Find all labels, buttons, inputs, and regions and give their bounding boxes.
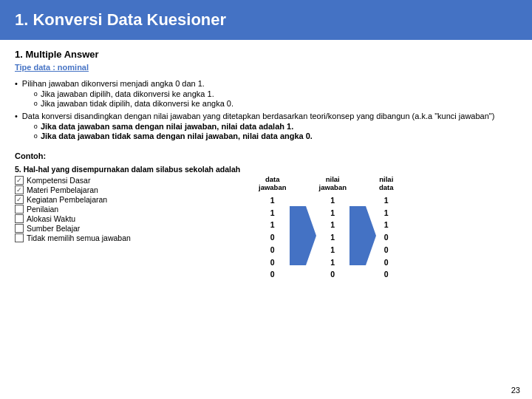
- answer-label-1: Materi Pembelajaran: [27, 185, 98, 194]
- answer-item-0: ✓Kompetensi Dasar: [15, 176, 259, 185]
- data-jawaban-header: datajawaban: [259, 175, 287, 192]
- checkbox-6: [15, 233, 24, 242]
- answer-label-5: Sumber Belajar: [27, 224, 80, 233]
- answer-label-2: Kegiatan Pembelajaran: [27, 195, 107, 204]
- answer-item-5: Sumber Belajar: [15, 224, 259, 233]
- bullet-text-2: Data konversi disandingkan dengan nilai …: [22, 112, 495, 120]
- nilai-data-col: nilaidata 1110000: [379, 175, 394, 281]
- question-box: 5. Hal-hal yang disempurnakan dalam sila…: [15, 165, 259, 242]
- data-jawaban-val-4: 0: [270, 245, 275, 256]
- data-jawaban-val-3: 0: [270, 232, 275, 244]
- answer-label-0: Kompetensi Dasar: [27, 176, 90, 185]
- nilai-data-val-1: 1: [384, 208, 389, 219]
- arrow-1: [290, 191, 316, 265]
- answer-label-3: Penilaian: [27, 205, 58, 214]
- contoh-label: Contoh:: [15, 151, 259, 160]
- data-jawaban-val-1: 1: [270, 208, 275, 219]
- nilai-data-val-0: 1: [384, 195, 389, 207]
- nilai-jawaban-val-2: 1: [330, 219, 335, 231]
- checkbox-2: ✓: [15, 195, 24, 204]
- sub-item-1-1: Jika jawaban dipilih, data dikonversi ke…: [34, 89, 233, 98]
- data-jawaban-val-5: 0: [270, 257, 275, 269]
- nilai-data-val-4: 0: [384, 245, 389, 256]
- tipe-data: Tipe data : nominal: [15, 63, 517, 72]
- checkbox-4: [15, 214, 24, 223]
- question-text: 5. Hal-hal yang disempurnakan dalam sila…: [15, 165, 259, 174]
- page-title: 1. Konversi Data Kuesioner: [15, 10, 517, 30]
- sub-item-1-2: Jika jawaban tidak dipilih, data dikonve…: [34, 99, 233, 108]
- data-jawaban-val-6: 0: [270, 269, 275, 281]
- section-title: 1. Multiple Answer: [15, 49, 517, 60]
- bullet-item-1: Pilihan jawaban dikonversi menjadi angka…: [15, 79, 517, 109]
- answer-item-3: Penilaian: [15, 205, 259, 214]
- nilai-jawaban-header: nilaijawaban: [319, 175, 347, 192]
- nilai-jawaban-val-0: 1: [330, 195, 335, 207]
- data-jawaban-col: datajawaban 1110000: [259, 175, 287, 281]
- checkbox-0: ✓: [15, 176, 24, 185]
- page-number: 23: [511, 386, 520, 395]
- bullet-item-2: Data konversi disandingkan dengan nilai …: [15, 112, 517, 141]
- nilai-data-val-2: 1: [384, 219, 389, 231]
- contoh-area: Contoh: 5. Hal-hal yang disempurnakan da…: [15, 151, 259, 243]
- svg-marker-0: [290, 206, 316, 265]
- answer-item-2: ✓Kegiatan Pembelajaran: [15, 195, 259, 204]
- nilai-jawaban-val-3: 1: [330, 232, 335, 244]
- sub-item-2-1: Jika data jawaban sama dengan nilai jawa…: [34, 122, 495, 131]
- checkbox-1: ✓: [15, 185, 24, 194]
- nilai-jawaban-val-6: 0: [330, 269, 335, 281]
- data-jawaban-val-2: 1: [270, 219, 275, 231]
- bullet-text-1: Pilihan jawaban dikonversi menjadi angka…: [22, 79, 205, 88]
- answer-label-6: Tidak memilih semua jawaban: [27, 233, 131, 242]
- example-section: Contoh: 5. Hal-hal yang disempurnakan da…: [15, 151, 517, 281]
- bullet-list: Pilihan jawaban dikonversi menjadi angka…: [15, 79, 517, 141]
- arrow-2: [349, 191, 376, 265]
- answer-item-4: Alokasi Waktu: [15, 214, 259, 223]
- header: 1. Konversi Data Kuesioner: [0, 0, 532, 40]
- nilai-jawaban-col: nilaijawaban 1111110: [319, 175, 347, 281]
- nilai-jawaban-val-1: 1: [330, 208, 335, 219]
- svg-marker-1: [349, 206, 376, 265]
- nilai-jawaban-values: 1111110: [330, 195, 335, 281]
- nilai-jawaban-val-5: 1: [330, 257, 335, 269]
- answer-item-1: ✓Materi Pembelajaran: [15, 185, 259, 194]
- checkbox-3: [15, 205, 24, 214]
- nilai-jawaban-val-4: 1: [330, 245, 335, 256]
- nilai-data-header: nilaidata: [379, 175, 394, 192]
- sub-item-2-2: Jika data jawaban tidak sama dengan nila…: [34, 132, 495, 140]
- data-jawaban-values: 1110000: [270, 195, 275, 281]
- nilai-data-values: 1110000: [384, 195, 389, 281]
- answers-list: ✓Kompetensi Dasar✓Materi Pembelajaran✓Ke…: [15, 176, 259, 242]
- answer-label-4: Alokasi Waktu: [27, 214, 75, 223]
- answer-item-6: Tidak memilih semua jawaban: [15, 233, 259, 242]
- data-jawaban-val-0: 1: [270, 195, 275, 207]
- nilai-data-val-6: 0: [384, 269, 389, 281]
- checkbox-5: [15, 224, 24, 233]
- data-columns: datajawaban 1110000 nilaijawaban 1111110: [259, 151, 394, 281]
- nilai-data-val-5: 0: [384, 257, 389, 269]
- nilai-data-val-3: 0: [384, 232, 389, 244]
